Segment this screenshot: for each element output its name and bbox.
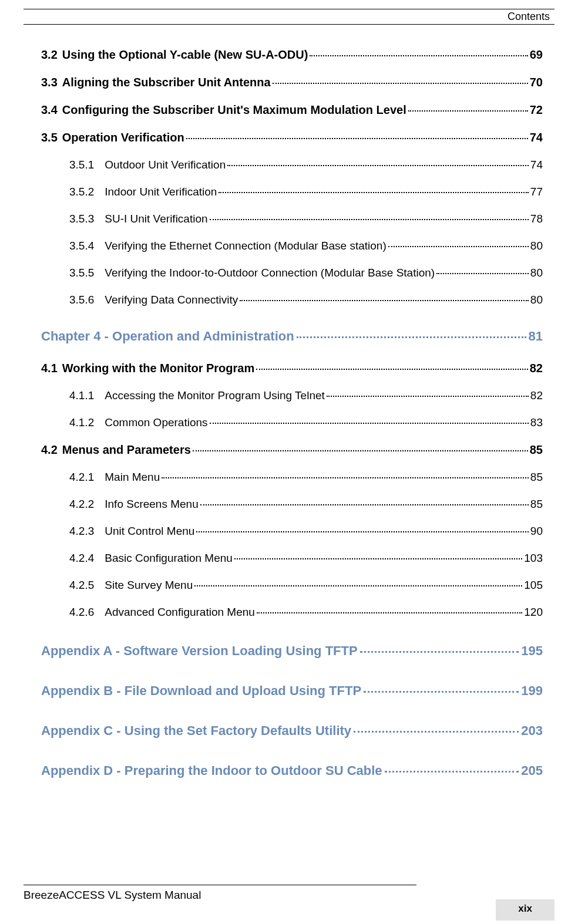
- footer: BreezeACCESS VL System Manual xix: [23, 885, 555, 902]
- toc-appendix: Appendix A - Software Version Loading Us…: [41, 643, 543, 659]
- toc-entry: 4.1.2 Common Operations 83: [69, 416, 543, 429]
- toc-entry: 4.1 Working with the Monitor Program 82: [41, 362, 543, 375]
- toc-entry: 3.5.5 Verifying the Indoor-to-Outdoor Co…: [69, 267, 543, 279]
- toc-entry: 3.3 Aligning the Subscriber Unit Antenna…: [41, 76, 543, 89]
- footer-rule: [23, 885, 416, 885]
- toc-entry: 3.5.6 Verifying Data Connectivity 80: [69, 294, 543, 306]
- toc-entry: 3.5.1 Outdoor Unit Verification 74: [69, 159, 543, 171]
- toc-appendix: Appendix B - File Download and Upload Us…: [41, 683, 543, 699]
- header-title: Contents: [23, 11, 555, 23]
- toc-appendix: Appendix C - Using the Set Factory Defau…: [41, 723, 543, 738]
- header-rule: Contents: [23, 9, 555, 25]
- toc-entry: 4.2.6 Advanced Configuration Menu 120: [69, 606, 543, 619]
- toc-entry: 4.2.1 Main Menu 85: [69, 471, 543, 484]
- toc-entry: 4.2.3 Unit Control Menu 90: [69, 525, 543, 538]
- toc-entry: 4.2.4 Basic Configuration Menu 103: [69, 552, 543, 565]
- toc-entry: 3.5.4 Verifying the Ethernet Connection …: [69, 240, 543, 252]
- toc-entry: 4.1.1 Accessing the Monitor Program Usin…: [69, 389, 543, 402]
- toc-entry: 4.2 Menus and Parameters 85: [41, 443, 543, 457]
- toc-content: 3.2 Using the Optional Y-cable (New SU-A…: [23, 25, 555, 796]
- toc-entry: 3.5.3 SU-I Unit Verification 78: [69, 213, 543, 225]
- toc-entry: 3.4 Configuring the Subscriber Unit's Ma…: [41, 103, 543, 117]
- toc-appendix: Appendix D - Preparing the Indoor to Out…: [41, 763, 543, 778]
- toc-entry: 3.5.2 Indoor Unit Verification 77: [69, 186, 543, 198]
- footer-title: BreezeACCESS VL System Manual: [23, 889, 555, 902]
- toc-entry: 4.2.2 Info Screens Menu 85: [69, 498, 543, 511]
- toc-entry: 4.2.5 Site Survey Menu 105: [69, 579, 543, 592]
- toc-entry: 3.5 Operation Verification 74: [41, 131, 543, 144]
- page-number: xix: [496, 899, 555, 920]
- toc-entry: 3.2 Using the Optional Y-cable (New SU-A…: [41, 48, 543, 62]
- toc-chapter: Chapter 4 - Operation and Administration…: [41, 329, 543, 344]
